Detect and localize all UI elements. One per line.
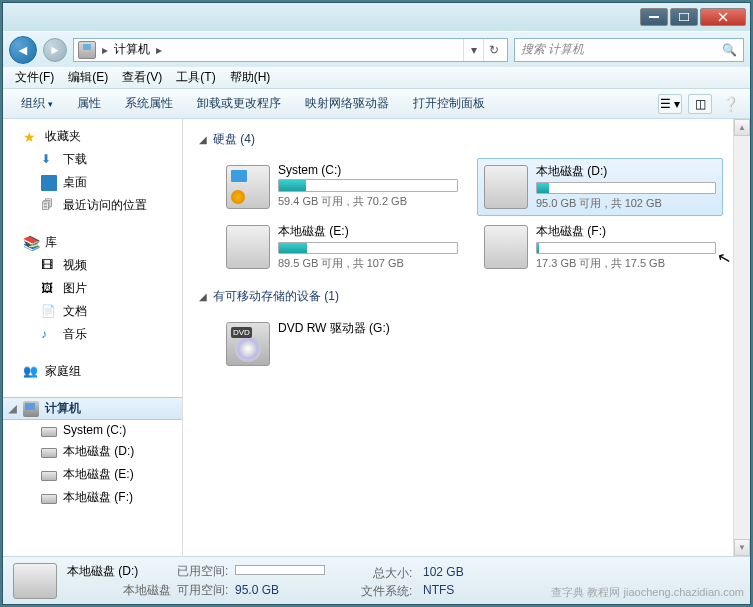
search-input[interactable]: 搜索 计算机 🔍 [514,38,744,62]
breadcrumb-sep: ▸ [96,43,114,57]
control-panel-button[interactable]: 打开控制面板 [403,91,495,116]
menu-view[interactable]: 查看(V) [116,67,168,88]
drive-stat: 89.5 GB 可用 , 共 107 GB [278,256,458,271]
map-drive-button[interactable]: 映射网络驱动器 [295,91,399,116]
drive-progress [536,242,716,254]
address-bar[interactable]: ▸ 计算机 ▸ ▾ ↻ [73,38,508,62]
drive-stat: 95.0 GB 可用 , 共 102 GB [536,196,716,211]
drive-icon [484,225,528,269]
titlebar[interactable] [3,3,750,31]
menu-edit[interactable]: 编辑(E) [62,67,114,88]
nav-desktop[interactable]: 桌面 [3,171,182,194]
breadcrumb-sep[interactable]: ▸ [150,43,168,57]
nav-recent[interactable]: 🗐最近访问的位置 [3,194,182,217]
desktop-icon [41,175,57,191]
nav-music[interactable]: ♪音乐 [3,323,182,346]
section-removable[interactable]: ◢有可移动存储的设备 (1) [199,284,734,309]
computer-icon [23,401,39,417]
scroll-up-button[interactable]: ▲ [734,119,750,136]
drive-icon [484,165,528,209]
search-placeholder: 搜索 计算机 [521,41,584,58]
nav-homegroup[interactable]: 👥家庭组 [3,360,182,383]
library-icon: 📚 [23,235,39,251]
collapse-icon[interactable]: ◢ [199,134,207,145]
status-total-label: 总大小: [373,565,418,582]
nav-computer-label: 计算机 [45,400,81,417]
back-button[interactable]: ◄ [9,36,37,64]
nav-favorites[interactable]: ★收藏夹 [3,125,182,148]
command-bar: 组织 属性 系统属性 卸载或更改程序 映射网络驱动器 打开控制面板 ☰ ▾ ◫ … [3,89,750,119]
nav-libraries-label: 库 [45,234,57,251]
svg-rect-0 [649,16,659,18]
drive-name: 本地磁盘 (F:) [536,223,716,240]
section-hdd[interactable]: ◢硬盘 (4) [199,127,734,152]
menu-help[interactable]: 帮助(H) [224,67,277,88]
menu-bar: 文件(F) 编辑(E) 查看(V) 工具(T) 帮助(H) [3,67,750,89]
scroll-down-button[interactable]: ▼ [734,539,750,556]
drive-item[interactable]: 本地磁盘 (E:)89.5 GB 可用 , 共 107 GB [219,218,465,276]
nav-documents[interactable]: 📄文档 [3,300,182,323]
expand-icon[interactable]: ◢ [9,403,17,414]
picture-icon: 🖼 [41,281,57,297]
status-used-bar [235,565,325,575]
scrollbar[interactable]: ▲ ▼ [733,119,750,556]
drive-item[interactable]: 本地磁盘 (F:)17.3 GB 可用 , 共 17.5 GB [477,218,723,276]
breadcrumb-root[interactable]: 计算机 [114,41,150,58]
status-title: 本地磁盘 (D:) [67,563,177,580]
collapse-icon[interactable]: ◢ [199,291,207,302]
drive-name: System (C:) [278,163,458,177]
nav-pictures[interactable]: 🖼图片 [3,277,182,300]
status-free-value: 95.0 GB [235,583,279,597]
status-fs-label: 文件系统: [361,583,418,600]
drive-progress-fill [537,183,549,193]
recent-icon: 🗐 [41,198,57,214]
help-icon[interactable]: ❔ [718,94,742,114]
close-button[interactable] [700,8,746,26]
music-icon: ♪ [41,327,57,343]
status-subtype: 本地磁盘 [67,582,177,599]
minimize-button[interactable] [640,8,668,26]
menu-tools[interactable]: 工具(T) [170,67,221,88]
drive-icon [226,165,270,209]
section-hdd-label: 硬盘 (4) [213,131,255,148]
drive-icon [41,471,57,481]
drive-icon [41,427,57,437]
properties-button[interactable]: 属性 [67,91,111,116]
system-properties-button[interactable]: 系统属性 [115,91,183,116]
homegroup-icon: 👥 [23,364,39,380]
navigation-pane: ★收藏夹 ⬇下载 桌面 🗐最近访问的位置 📚库 🎞视频 🖼图片 📄文档 ♪音乐 … [3,119,183,556]
document-icon: 📄 [41,304,57,320]
nav-drive-f[interactable]: 本地磁盘 (F:) [3,486,182,509]
drive-progress [536,182,716,194]
forward-button[interactable]: ► [43,38,67,62]
nav-drive-e[interactable]: 本地磁盘 (E:) [3,463,182,486]
nav-drive-c[interactable]: System (C:) [3,420,182,440]
nav-libraries[interactable]: 📚库 [3,231,182,254]
removable-container: DVD RW 驱动器 (G:) [199,309,734,381]
view-mode-button[interactable]: ☰ ▾ [658,94,682,114]
nav-toolbar: ◄ ► ▸ 计算机 ▸ ▾ ↻ 搜索 计算机 🔍 [3,31,750,67]
organize-button[interactable]: 组织 [11,91,63,116]
drive-item[interactable]: System (C:)59.4 GB 可用 , 共 70.2 GB [219,158,465,216]
drive-icon [226,225,270,269]
address-history-button[interactable]: ▾ [463,39,483,61]
nav-downloads[interactable]: ⬇下载 [3,148,182,171]
drive-progress [278,242,458,254]
drive-progress [278,179,458,192]
menu-file[interactable]: 文件(F) [9,67,60,88]
status-total-value: 102 GB [423,565,464,579]
uninstall-button[interactable]: 卸载或更改程序 [187,91,291,116]
drive-stat: 59.4 GB 可用 , 共 70.2 GB [278,194,458,209]
nav-computer[interactable]: ◢计算机 [3,397,182,420]
explorer-window: ◄ ► ▸ 计算机 ▸ ▾ ↻ 搜索 计算机 🔍 文件(F) 编辑(E) 查看(… [2,2,751,605]
drive-name: 本地磁盘 (D:) [536,163,716,180]
nav-videos[interactable]: 🎞视频 [3,254,182,277]
preview-pane-button[interactable]: ◫ [688,94,712,114]
nav-homegroup-label: 家庭组 [45,363,81,380]
drive-item[interactable]: 本地磁盘 (D:)95.0 GB 可用 , 共 102 GB [477,158,723,216]
drive-name: 本地磁盘 (E:) [278,223,458,240]
nav-drive-d[interactable]: 本地磁盘 (D:) [3,440,182,463]
refresh-button[interactable]: ↻ [483,39,503,61]
dvd-drive[interactable]: DVD RW 驱动器 (G:) [219,315,465,373]
maximize-button[interactable] [670,8,698,26]
